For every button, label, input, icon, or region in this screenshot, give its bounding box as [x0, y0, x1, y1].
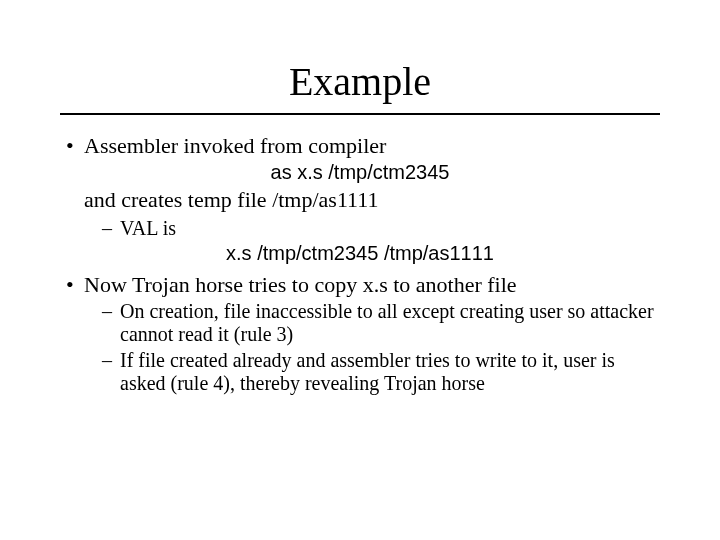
bullet-1-text: Assembler invoked from compiler	[84, 133, 654, 159]
bullet-1-sub-1: – VAL is	[102, 217, 654, 241]
slide: Example • Assembler invoked from compile…	[0, 58, 720, 540]
bullet-2-sub-1: – On creation, file inaccessible to all …	[102, 300, 654, 347]
bullet-1-sub-1-text: VAL is	[120, 217, 654, 241]
bullet-2-sub-2: – If file created already and assembler …	[102, 349, 654, 396]
bullet-2-sub-1-text: On creation, file inaccessible to all ex…	[120, 300, 654, 347]
slide-content: • Assembler invoked from compiler as x.s…	[66, 133, 654, 396]
dash-icon: –	[102, 349, 120, 396]
dash-icon: –	[102, 217, 120, 241]
bullet-1: • Assembler invoked from compiler	[66, 133, 654, 159]
bullet-dot-icon: •	[66, 272, 84, 298]
bullet-2-sub-2-text: If file created already and assembler tr…	[120, 349, 654, 396]
dash-icon: –	[102, 300, 120, 347]
bullet-1-continuation: and creates temp file /tmp/as1111	[84, 187, 654, 213]
title-rule	[60, 113, 660, 115]
slide-title: Example	[0, 58, 720, 105]
bullet-1-sub-1-code: x.s /tmp/ctm2345 /tmp/as1111	[66, 242, 654, 266]
bullet-1-code: as x.s /tmp/ctm2345	[66, 161, 654, 185]
bullet-2: • Now Trojan horse tries to copy x.s to …	[66, 272, 654, 298]
bullet-2-text: Now Trojan horse tries to copy x.s to an…	[84, 272, 654, 298]
bullet-dot-icon: •	[66, 133, 84, 159]
